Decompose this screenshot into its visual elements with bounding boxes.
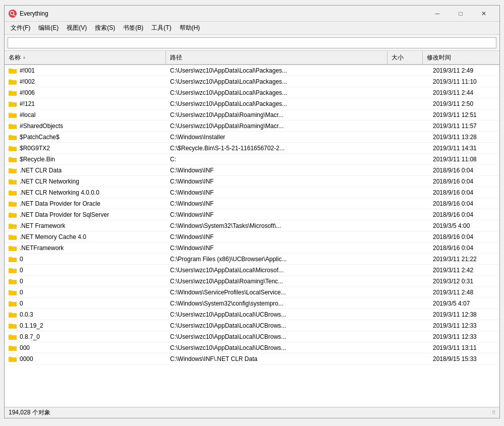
svg-point-0 xyxy=(11,11,14,15)
cell-modified: 2019/3/5 4:07 xyxy=(429,300,499,307)
table-row[interactable]: .NET Data Provider for SqlServer C:\Wind… xyxy=(5,209,499,220)
cell-name: 0.8.7_0 xyxy=(5,333,166,340)
cell-modified: 2018/9/16 0:04 xyxy=(429,189,499,196)
file-table: 名称 ∧ 路径 大小 修改时间 #!001 C:\Users\wzc xyxy=(5,51,499,407)
folder-icon xyxy=(9,123,17,129)
table-row[interactable]: $R0G9TX2 C:\$Recycle.Bin\S-1-5-21-116165… xyxy=(5,143,499,154)
table-row[interactable]: 0 C:\Windows\System32\config\systempro..… xyxy=(5,298,499,309)
table-row[interactable]: #!002 C:\Users\wzc10\AppData\Local\Packa… xyxy=(5,76,499,87)
table-row[interactable]: #local C:\Users\wzc10\AppData\Roaming\Ma… xyxy=(5,109,499,120)
header-size[interactable]: 大小 xyxy=(387,51,423,64)
svg-rect-16 xyxy=(9,113,17,118)
cell-modified: 2019/3/11 13:28 xyxy=(429,134,499,141)
table-row[interactable]: 0000 C:\Windows\INF\.NET CLR Data 2018/9… xyxy=(5,353,499,364)
header-modified[interactable]: 修改时间 xyxy=(423,51,493,64)
table-row[interactable]: .NET CLR Networking 4.0.0.0 C:\Windows\I… xyxy=(5,187,499,198)
header-name[interactable]: 名称 ∧ xyxy=(5,51,166,64)
table-row[interactable]: 0 C:\Users\wzc10\AppData\Roaming\Tenc...… xyxy=(5,276,499,287)
header-path[interactable]: 路径 xyxy=(166,51,387,64)
svg-rect-31 xyxy=(9,169,17,173)
cell-modified: 2018/9/16 0:04 xyxy=(429,233,499,240)
search-input[interactable] xyxy=(8,37,496,48)
svg-rect-73 xyxy=(9,324,17,329)
table-row[interactable]: $Recycle.Bin C: 2019/3/11 11:08 xyxy=(5,154,499,165)
menu-tools[interactable]: 工具(T) xyxy=(147,23,175,34)
table-row[interactable]: 0 C:\Windows\ServiceProfiles\LocalServic… xyxy=(5,287,499,298)
table-row[interactable]: 0.1.19_2 C:\Users\wzc10\AppData\Local\UC… xyxy=(5,320,499,331)
svg-rect-43 xyxy=(9,213,17,218)
svg-rect-64 xyxy=(9,291,17,295)
table-row[interactable]: #!006 C:\Users\wzc10\AppData\Local\Packa… xyxy=(5,87,499,98)
table-row[interactable]: 0 C:\Users\wzc10\AppData\Local\Microsof.… xyxy=(5,265,499,276)
cell-name: #SharedObjects xyxy=(5,123,166,130)
svg-rect-46 xyxy=(9,224,17,229)
cell-path: C:\Users\wzc10\AppData\Local\UCBrows... xyxy=(166,311,394,318)
cell-path: C:\$Recycle.Bin\S-1-5-21-1161656702-2... xyxy=(166,145,394,152)
table-row[interactable]: #!001 C:\Users\wzc10\AppData\Local\Packa… xyxy=(5,65,499,76)
minimize-button[interactable]: ─ xyxy=(426,6,449,22)
cell-path: C:\Windows\INF xyxy=(166,245,394,252)
cell-name: 0.0.3 xyxy=(5,311,166,318)
cell-modified: 2019/3/11 13:11 xyxy=(429,344,499,351)
menu-edit[interactable]: 编辑(E) xyxy=(34,23,63,34)
table-body: #!001 C:\Users\wzc10\AppData\Local\Packa… xyxy=(5,65,499,407)
table-row[interactable]: #!121 C:\Users\wzc10\AppData\Local\Packa… xyxy=(5,98,499,109)
svg-line-1 xyxy=(14,15,15,16)
svg-rect-7 xyxy=(9,80,17,85)
folder-icon xyxy=(9,312,17,318)
table-row[interactable]: 0 C:\Program Files (x86)\UCBrowser\Appli… xyxy=(5,254,499,265)
table-row[interactable]: .NET Memory Cache 4.0 C:\Windows\INF 201… xyxy=(5,231,499,242)
cell-path: C:\Windows\ServiceProfiles\LocalService.… xyxy=(166,289,394,296)
table-row[interactable]: $PatchCache$ C:\Windows\Installer 2019/3… xyxy=(5,132,499,143)
table-row[interactable]: .NETFramework C:\Windows\INF 2018/9/16 0… xyxy=(5,242,499,254)
table-header: 名称 ∧ 路径 大小 修改时间 xyxy=(5,51,499,65)
folder-icon xyxy=(9,356,17,362)
menu-file[interactable]: 文件(F) xyxy=(7,23,34,34)
table-row[interactable]: .NET Framework C:\Windows\System32\Tasks… xyxy=(5,220,499,231)
folder-icon xyxy=(9,278,17,284)
cell-path: C:\Users\wzc10\AppData\Roaming\Macr... xyxy=(166,123,394,130)
table-row[interactable]: #SharedObjects C:\Users\wzc10\AppData\Ro… xyxy=(5,120,499,132)
cell-modified: 2019/3/11 2:44 xyxy=(429,89,499,96)
search-bar xyxy=(5,35,499,51)
cell-modified: 2019/3/11 2:42 xyxy=(429,267,499,274)
table-row[interactable]: .NET Data Provider for Oracle C:\Windows… xyxy=(5,198,499,209)
menu-search[interactable]: 搜索(S) xyxy=(91,23,119,34)
close-button[interactable]: ✕ xyxy=(472,6,495,22)
folder-icon xyxy=(9,289,17,295)
folder-icon xyxy=(9,267,17,273)
cell-modified: 2019/3/11 21:22 xyxy=(429,256,499,263)
folder-icon xyxy=(9,300,17,307)
menu-view[interactable]: 视图(V) xyxy=(63,23,91,34)
cell-name: .NET Data Provider for Oracle xyxy=(5,200,166,207)
menu-help[interactable]: 帮助(H) xyxy=(176,23,204,34)
cell-modified: 2019/3/11 12:38 xyxy=(429,311,499,318)
cell-name: $PatchCache$ xyxy=(5,134,166,141)
menu-bookmark[interactable]: 书签(B) xyxy=(119,23,147,34)
folder-icon xyxy=(9,145,17,151)
table-row[interactable]: 000 C:\Users\wzc10\AppData\Local\UCBrows… xyxy=(5,342,499,353)
cell-modified: 2019/3/5 4:00 xyxy=(429,222,499,229)
table-row[interactable]: 0.8.7_0 C:\Users\wzc10\AppData\Local\UCB… xyxy=(5,331,499,342)
cell-modified: 2019/3/11 12:33 xyxy=(429,322,499,329)
cell-modified: 2018/9/16 0:04 xyxy=(429,211,499,218)
table-row[interactable]: .NET CLR Data C:\Windows\INF 2018/9/16 0… xyxy=(5,165,499,176)
table-row[interactable]: 0.0.3 C:\Users\wzc10\AppData\Local\UCBro… xyxy=(5,309,499,320)
svg-rect-55 xyxy=(9,258,17,262)
svg-rect-49 xyxy=(9,235,17,240)
cell-path: C:\Users\wzc10\AppData\Local\Packages... xyxy=(166,89,394,96)
cell-name: .NETFramework xyxy=(5,245,166,252)
folder-icon xyxy=(9,68,17,74)
cell-path: C:\Windows\INF xyxy=(166,200,394,207)
cell-name: #local xyxy=(5,111,166,118)
svg-rect-10 xyxy=(9,91,17,96)
cell-name: #!121 xyxy=(5,100,166,107)
svg-rect-28 xyxy=(9,158,17,162)
maximize-button[interactable]: □ xyxy=(449,6,472,22)
cell-name: 0 xyxy=(5,267,166,274)
table-row[interactable]: .NET CLR Networking C:\Windows\INF 2018/… xyxy=(5,176,499,187)
folder-icon xyxy=(9,345,17,351)
cell-path: C:\Windows\System32\Tasks\Microsoft\... xyxy=(166,222,394,229)
folder-icon xyxy=(9,234,17,240)
cell-name: $R0G9TX2 xyxy=(5,145,166,152)
